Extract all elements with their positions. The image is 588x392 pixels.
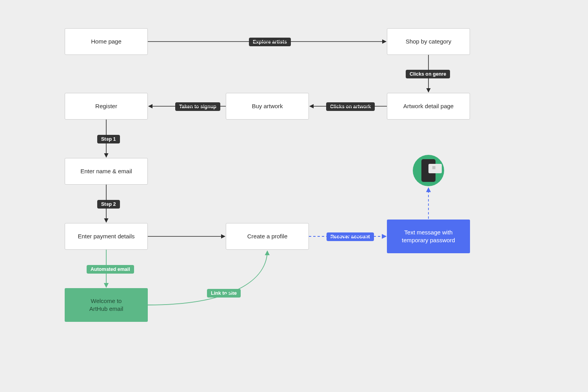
phone-message-icon bbox=[413, 155, 444, 186]
node-sms: Text message with temporary password bbox=[387, 220, 470, 253]
node-profile: Create a profile bbox=[226, 223, 309, 250]
node-home: Home page bbox=[65, 28, 148, 55]
edge-label-recover: Recover account bbox=[327, 232, 374, 241]
node-buy: Buy artwork bbox=[226, 93, 309, 120]
edge-label-genre: Clicks on genre bbox=[406, 70, 450, 78]
edge-label-artwork: Clicks on artwork bbox=[326, 102, 375, 111]
edge-label-signup: Taken to signup bbox=[175, 102, 220, 111]
edge-label-step2: Step 2 bbox=[97, 200, 120, 209]
connector-layer bbox=[0, 0, 588, 392]
edge-label-step1: Step 1 bbox=[97, 135, 120, 143]
node-payment: Enter payment details bbox=[65, 223, 148, 250]
edge-label-auto-email: Automated email bbox=[87, 265, 134, 274]
node-name-email: Enter name & email bbox=[65, 158, 148, 185]
flow-diagram-canvas: Home page Shop by category Artwork detai… bbox=[0, 0, 588, 392]
node-shop: Shop by category bbox=[387, 28, 470, 55]
edge-label-link: Link to site bbox=[207, 289, 241, 298]
node-register: Register bbox=[65, 93, 148, 120]
node-detail: Artwork detail page bbox=[387, 93, 470, 120]
edge-label-explore: Explore artists bbox=[249, 38, 291, 46]
node-welcome-email: Welcome to ArtHub email bbox=[65, 288, 148, 322]
